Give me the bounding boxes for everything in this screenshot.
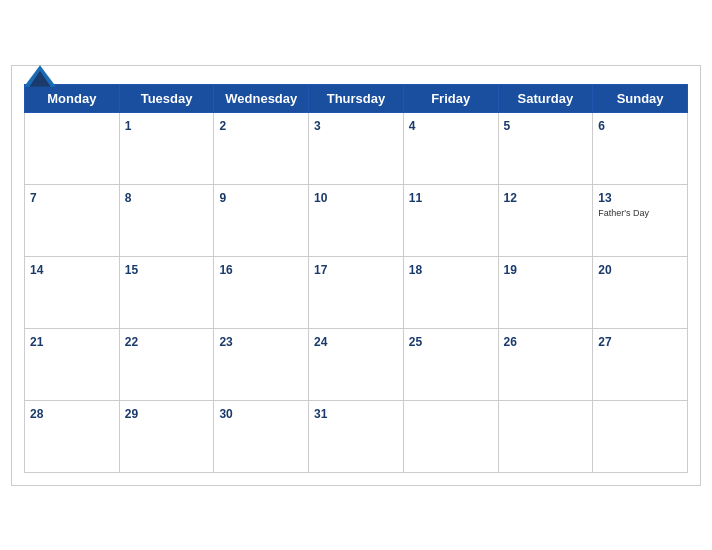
day-number: 17 (314, 263, 327, 277)
day-header-thursday: Thursday (309, 84, 404, 112)
calendar-cell: 7 (25, 184, 120, 256)
calendar-cell: 21 (25, 328, 120, 400)
day-number: 20 (598, 263, 611, 277)
calendar-cell: 14 (25, 256, 120, 328)
calendar-cell: 15 (119, 256, 214, 328)
calendar-cell: 6 (593, 112, 688, 184)
calendar-cell: 13Father's Day (593, 184, 688, 256)
day-number: 4 (409, 119, 416, 133)
calendar-cell: 31 (309, 400, 404, 472)
day-number: 22 (125, 335, 138, 349)
calendar-cell: 8 (119, 184, 214, 256)
calendar-cell (403, 400, 498, 472)
calendar-cell: 11 (403, 184, 498, 256)
day-number: 18 (409, 263, 422, 277)
week-row-5: 28293031 (25, 400, 688, 472)
calendar-cell: 20 (593, 256, 688, 328)
calendar-cell: 23 (214, 328, 309, 400)
day-number: 23 (219, 335, 232, 349)
calendar-cell: 10 (309, 184, 404, 256)
day-number: 5 (504, 119, 511, 133)
day-number: 14 (30, 263, 43, 277)
day-header-sunday: Sunday (593, 84, 688, 112)
calendar-cell: 19 (498, 256, 593, 328)
day-number: 29 (125, 407, 138, 421)
calendar-table: MondayTuesdayWednesdayThursdayFridaySatu… (24, 84, 688, 473)
day-number: 27 (598, 335, 611, 349)
day-number: 9 (219, 191, 226, 205)
day-header-monday: Monday (25, 84, 120, 112)
day-number: 24 (314, 335, 327, 349)
day-number: 1 (125, 119, 132, 133)
calendar-cell: 28 (25, 400, 120, 472)
day-number: 10 (314, 191, 327, 205)
day-header-friday: Friday (403, 84, 498, 112)
day-number: 28 (30, 407, 43, 421)
calendar-cell (593, 400, 688, 472)
week-row-3: 14151617181920 (25, 256, 688, 328)
day-header-wednesday: Wednesday (214, 84, 309, 112)
calendar-cell: 9 (214, 184, 309, 256)
day-header-tuesday: Tuesday (119, 84, 214, 112)
calendar-cell (25, 112, 120, 184)
day-number: 8 (125, 191, 132, 205)
day-number: 21 (30, 335, 43, 349)
calendar-cell: 17 (309, 256, 404, 328)
calendar-cell: 12 (498, 184, 593, 256)
calendar-cell: 4 (403, 112, 498, 184)
calendar-cell: 25 (403, 328, 498, 400)
calendar-cell: 22 (119, 328, 214, 400)
calendar-cell (498, 400, 593, 472)
day-number: 16 (219, 263, 232, 277)
day-number: 2 (219, 119, 226, 133)
calendar-cell: 26 (498, 328, 593, 400)
day-number: 30 (219, 407, 232, 421)
week-row-2: 78910111213Father's Day (25, 184, 688, 256)
calendar-cell: 30 (214, 400, 309, 472)
logo (24, 65, 60, 87)
day-number: 25 (409, 335, 422, 349)
day-number: 15 (125, 263, 138, 277)
day-number: 12 (504, 191, 517, 205)
calendar-cell: 16 (214, 256, 309, 328)
week-row-4: 21222324252627 (25, 328, 688, 400)
calendar-body: 12345678910111213Father's Day14151617181… (25, 112, 688, 472)
calendar-cell: 1 (119, 112, 214, 184)
calendar-cell: 18 (403, 256, 498, 328)
calendar-cell: 29 (119, 400, 214, 472)
day-header-saturday: Saturday (498, 84, 593, 112)
day-number: 19 (504, 263, 517, 277)
calendar: MondayTuesdayWednesdayThursdayFridaySatu… (11, 65, 701, 486)
day-number: 6 (598, 119, 605, 133)
day-number: 13 (598, 191, 611, 205)
week-row-1: 123456 (25, 112, 688, 184)
day-number: 11 (409, 191, 422, 205)
day-number: 31 (314, 407, 327, 421)
day-number: 3 (314, 119, 321, 133)
calendar-cell: 3 (309, 112, 404, 184)
day-number: 26 (504, 335, 517, 349)
calendar-cell: 2 (214, 112, 309, 184)
logo-icon (24, 65, 56, 87)
calendar-cell: 5 (498, 112, 593, 184)
day-number: 7 (30, 191, 37, 205)
event-label: Father's Day (598, 208, 682, 219)
calendar-cell: 27 (593, 328, 688, 400)
calendar-cell: 24 (309, 328, 404, 400)
days-header-row: MondayTuesdayWednesdayThursdayFridaySatu… (25, 84, 688, 112)
